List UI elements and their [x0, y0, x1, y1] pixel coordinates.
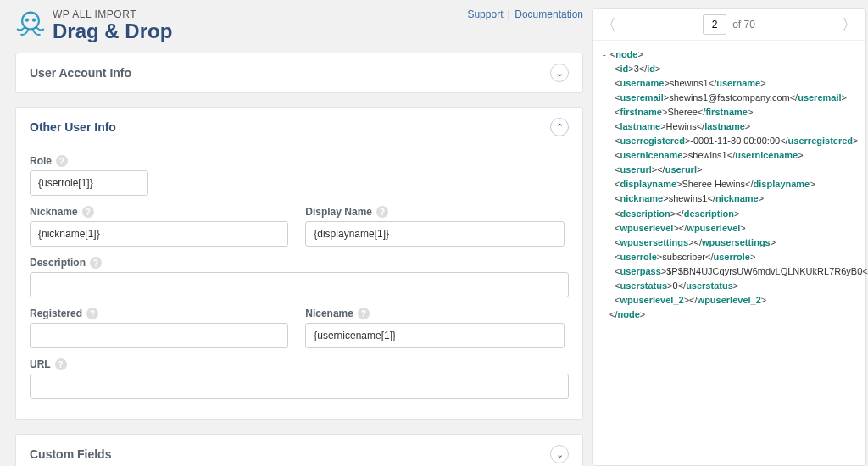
description-input[interactable] [30, 272, 569, 297]
url-input[interactable] [30, 374, 569, 399]
chevron-up-icon[interactable]: ⌃ [550, 118, 569, 136]
svg-point-0 [22, 13, 39, 30]
brand-subtitle: WP ALL IMPORT [53, 9, 172, 20]
display-name-input[interactable] [305, 221, 564, 247]
chevron-down-icon[interactable]: ⌄ [550, 445, 569, 463]
display-name-label: Display Name [305, 206, 372, 218]
octopus-icon [15, 8, 46, 42]
pager: of 70 [703, 14, 755, 35]
brand: WP ALL IMPORT Drag & Drop [15, 8, 172, 42]
help-icon[interactable]: ? [56, 155, 68, 167]
prev-record-button[interactable]: 〈 [601, 15, 616, 34]
help-icon[interactable]: ? [86, 308, 98, 319]
help-icon[interactable]: ? [358, 308, 370, 319]
page-number-input[interactable] [703, 14, 726, 35]
nicename-input[interactable] [305, 323, 564, 348]
registered-input[interactable] [30, 323, 288, 348]
panel-custom-fields: Custom Fields ⌄ [15, 434, 583, 466]
xml-tree: - <node><id>3</id><username>shewins1</us… [593, 41, 865, 332]
role-input[interactable] [30, 170, 148, 196]
panel-user-account-info: User Account Info ⌄ [15, 53, 583, 93]
top-links: Support | Documentation [467, 8, 583, 20]
role-label: Role [30, 155, 52, 167]
help-icon[interactable]: ? [90, 257, 102, 269]
panel-head-account[interactable]: User Account Info ⌄ [16, 53, 582, 92]
page-total-label: of 70 [732, 19, 755, 31]
next-record-button[interactable]: 〉 [842, 15, 857, 34]
url-label: URL [30, 358, 51, 370]
panel-head-other[interactable]: Other User Info ⌃ [16, 108, 582, 147]
help-icon[interactable]: ? [55, 358, 67, 370]
xml-preview-pane: 〈 of 70 〉 - <node><id>3</id><username>sh… [592, 8, 866, 466]
registered-label: Registered [30, 308, 82, 319]
panel-title-other: Other User Info [30, 120, 116, 134]
panel-title-account: User Account Info [30, 66, 131, 80]
brand-title: Drag & Drop [53, 20, 172, 42]
description-label: Description [30, 257, 86, 269]
nickname-input[interactable] [30, 221, 288, 247]
nicename-label: Nicename [305, 308, 353, 319]
panel-head-custom[interactable]: Custom Fields ⌄ [16, 435, 582, 466]
docs-link[interactable]: Documentation [515, 8, 583, 20]
panel-title-custom: Custom Fields [30, 447, 111, 461]
svg-point-1 [25, 19, 29, 22]
help-icon[interactable]: ? [82, 206, 94, 218]
support-link[interactable]: Support [467, 8, 503, 20]
panel-other-user-info: Other User Info ⌃ Role? Nickname? [15, 107, 583, 420]
chevron-down-icon[interactable]: ⌄ [550, 64, 569, 82]
nickname-label: Nickname [30, 206, 78, 218]
help-icon[interactable]: ? [376, 206, 388, 218]
svg-point-2 [32, 19, 36, 22]
separator: | [508, 8, 510, 20]
